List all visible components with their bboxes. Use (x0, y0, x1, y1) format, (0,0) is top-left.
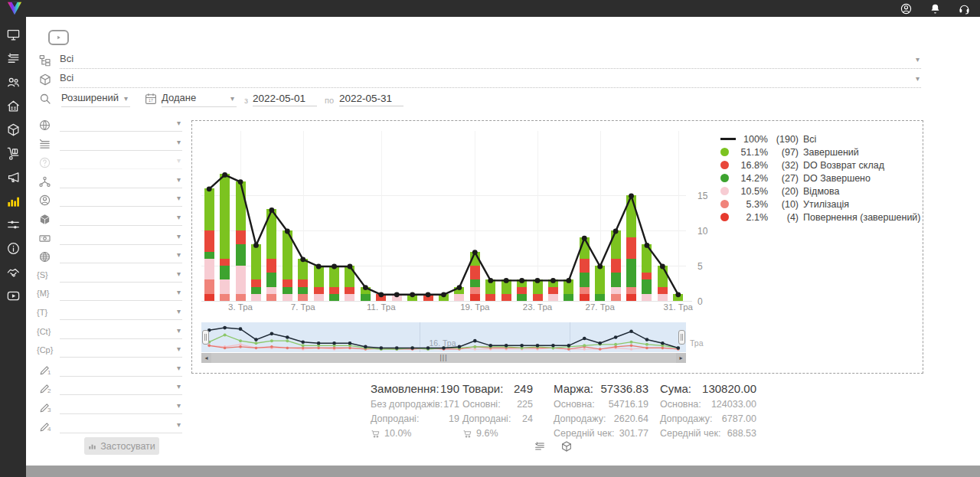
legend-label: Відмова (803, 186, 839, 197)
legend-label: Повернення (завершений) (803, 212, 921, 223)
sidebar-item-marketing[interactable] (6, 170, 21, 185)
navigator-scrollbar[interactable]: ◂ ||| ▸ (201, 353, 686, 363)
user-account-icon[interactable] (900, 2, 913, 15)
utm-letter-icon: {T} (37, 308, 47, 317)
stat-title: Сума:130820.00 (660, 382, 756, 395)
filter-manager: ▾ (32, 191, 185, 211)
sidebar-item-customers[interactable] (6, 75, 21, 90)
stat-column: Сума:130820.00Основна:124033.00Допродажу… (660, 382, 756, 439)
date-to-input[interactable] (339, 91, 403, 106)
x-tick-label: 19. Тра (460, 302, 489, 312)
stat-title-label: Маржа: (554, 382, 593, 395)
app-logo-icon[interactable] (5, 1, 24, 16)
chevron-down-icon: ▾ (177, 194, 181, 202)
sidebar-item-automation[interactable] (6, 217, 21, 232)
stat-value: 19 (449, 413, 459, 424)
date-from-input[interactable] (253, 91, 317, 106)
filter-source: ▾ (32, 116, 185, 136)
filter-panel: ▾ ▾ ▾ ▾ ▾ ▾ ▾ ▾{S} ▾{M} ▾{T} ▾{Ct} ▾{Cp}… (32, 116, 185, 436)
navigator-right-handle[interactable] (678, 330, 685, 345)
legend-item[interactable]: 14.2% (27) DO Завершено (720, 172, 921, 185)
legend-item[interactable]: 2.1% (4) Повернення (завершений) (720, 211, 921, 224)
product-filter-select[interactable]: Всі ▾ (60, 72, 921, 88)
legend-percent: 14.2% (737, 173, 768, 184)
legend-item[interactable]: 10.5% (20) Відмова (720, 185, 921, 198)
filter-utm-content-select[interactable]: ▾ (60, 324, 182, 339)
stat-column: Замовлення:190Без допродажів:171Допродан… (371, 382, 459, 439)
filter-custom-field-1-select[interactable]: ▾ (60, 361, 182, 377)
sidebar-item-orders[interactable] (6, 51, 21, 66)
users-icon (6, 75, 21, 90)
sidebar-item-dashboard[interactable] (6, 28, 21, 42)
sidebar-item-warehouse[interactable] (6, 99, 21, 113)
support-headset-icon[interactable] (958, 2, 971, 15)
filter-utm-medium-select[interactable]: ▾ (60, 286, 182, 301)
apply-button[interactable]: Застосувати (84, 437, 159, 455)
video-tutorial-button[interactable] (48, 30, 69, 45)
filter-order-type-select[interactable]: ▾ (60, 136, 182, 151)
svg-text:17: 17 (149, 98, 153, 103)
filter-funnel-select[interactable]: ▾ (60, 173, 182, 188)
sidebar-item-analytics[interactable] (6, 194, 21, 208)
legend-count: (32) (773, 160, 799, 171)
legend-item[interactable]: 51.1% (97) Завершений (720, 145, 921, 158)
sidebar-item-info[interactable] (6, 241, 21, 256)
sidebar-item-products[interactable] (6, 123, 21, 137)
stat-value: 171 (443, 399, 459, 410)
chevron-down-icon: ▾ (177, 307, 181, 315)
topbar-icon-group (900, 0, 971, 17)
stat-column: Товари:249Основні:225Допродані:249.6% (462, 382, 533, 439)
filter-payment-select[interactable]: ▾ (60, 230, 182, 245)
filter-website-select[interactable]: ▾ (60, 248, 182, 263)
play-icon (54, 33, 63, 42)
filter-product: ▾ (32, 211, 185, 230)
status-filter-select[interactable]: Всі ▾ (60, 53, 921, 69)
legend-item[interactable]: 16.8% (32) DO Возврат склад (720, 158, 921, 172)
filter-product-select[interactable]: ▾ (60, 211, 182, 226)
search-mode-select[interactable]: Розширений ▾ (61, 92, 130, 107)
chevron-down-icon: ▾ (177, 288, 181, 296)
stat-label: Основна: (554, 399, 595, 410)
legend-percent: 51.1% (737, 147, 768, 158)
filter-utm-content: {Ct} ▾ (32, 324, 185, 343)
status-tree-icon (38, 54, 52, 67)
sidebar-item-video[interactable] (6, 289, 21, 303)
filter-source-select[interactable]: ▾ (60, 116, 182, 132)
chevron-down-icon: ▾ (177, 138, 181, 146)
legend-percent: 5.3% (737, 199, 768, 210)
filter-custom-field-2-select[interactable]: ▾ (60, 380, 182, 395)
notifications-bell-icon[interactable] (929, 2, 942, 15)
orders-stacked-chart[interactable] (201, 131, 686, 302)
product-filter-value: Всі (60, 72, 74, 83)
scroll-left-button[interactable]: ◂ (201, 353, 211, 363)
stat-row: Основна:124033.00 (660, 399, 756, 410)
play-rect-icon (6, 289, 21, 303)
pencil-number: 2 (47, 387, 51, 394)
help-circle-icon (38, 156, 51, 169)
scroll-right-button[interactable]: ▸ (676, 353, 686, 363)
sidebar-item-supplies[interactable] (6, 146, 21, 161)
apply-button-label: Застосувати (100, 441, 155, 452)
date-from-label: з (244, 96, 248, 105)
filter-custom-field-3-select[interactable]: ▾ (60, 399, 182, 414)
stat-value: 2620.64 (614, 413, 648, 424)
date-type-select[interactable]: Додане ▾ (162, 92, 237, 107)
sliders-icon (6, 217, 21, 232)
view-list-toggle[interactable] (534, 440, 546, 452)
navigator-left-handle[interactable] (202, 330, 209, 345)
scrollbar-grip[interactable]: ||| (439, 353, 447, 363)
legend-item[interactable]: 5.3% (10) Утилізація (720, 198, 921, 211)
filter-manager-select[interactable]: ▾ (60, 191, 182, 207)
chart-navigator[interactable]: 16. Тра (201, 322, 686, 352)
date-to-label: по (325, 96, 334, 105)
chart-legend: 100% (190) Всі 51.1% (97) Завершений 16.… (720, 132, 921, 224)
sidebar-item-partners[interactable] (6, 265, 21, 279)
filter-utm-source-select[interactable]: ▾ (60, 267, 182, 283)
filter-utm-campaign-select[interactable]: ▾ (60, 342, 182, 358)
filter-help-select: ▾ (60, 154, 182, 169)
filter-utm-term-select[interactable]: ▾ (60, 305, 182, 320)
filter-custom-field-4-select[interactable]: ▾ (60, 418, 182, 433)
search-mode-value: Розширений (61, 92, 119, 103)
view-products-toggle[interactable] (560, 440, 573, 452)
legend-item[interactable]: 100% (190) Всі (720, 132, 921, 145)
